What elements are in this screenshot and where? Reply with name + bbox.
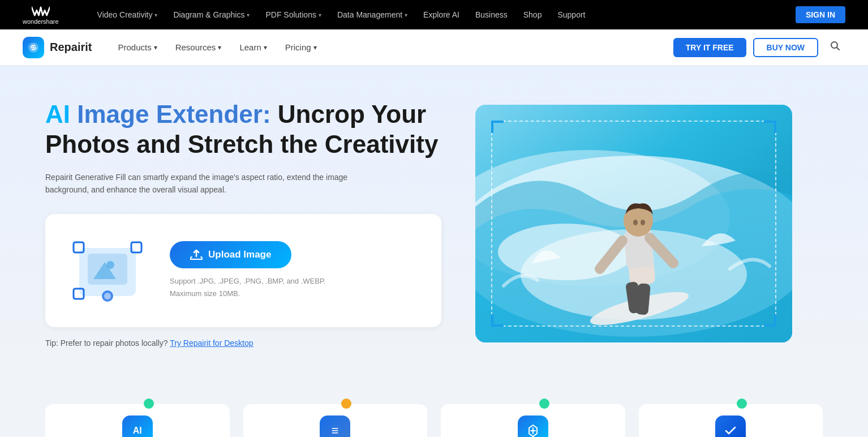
search-button[interactable]	[825, 38, 845, 57]
nav-shop[interactable]: Shop	[517, 7, 549, 23]
nav-diagram-graphics[interactable]: Diagram & Graphics ▾	[166, 7, 256, 23]
repairit-name: Repairit	[50, 41, 92, 54]
feature-card-3	[441, 404, 625, 437]
svg-point-11	[104, 293, 111, 299]
upload-icon	[190, 250, 203, 260]
caret-icon: ▾	[247, 12, 250, 18]
upload-support-text: Support .JPG, .JPEG, .PNG, .BMP, and .WE…	[170, 275, 326, 300]
sec-nav-resources[interactable]: Resources ▾	[167, 38, 230, 57]
hero-right-content	[475, 105, 792, 342]
wondershare-logo[interactable]: wondershare	[23, 5, 59, 25]
svg-point-1	[32, 46, 35, 49]
nav-explore-ai[interactable]: Explore AI	[416, 7, 466, 23]
nav-business[interactable]: Business	[469, 7, 514, 23]
sec-nav-products[interactable]: Products ▾	[110, 38, 165, 57]
feature-card-2: ≡	[243, 404, 428, 437]
hero-description: Repairit Generative Fill can smartly exp…	[45, 171, 373, 196]
sec-nav-pricing[interactable]: Pricing ▾	[277, 38, 325, 57]
buy-now-button[interactable]: BUY NOW	[753, 38, 818, 57]
repairit-brand[interactable]: Repairit	[23, 37, 92, 58]
hero-title: AI Image Extender: Uncrop YourPhotos and…	[45, 100, 441, 160]
secondary-navigation: Repairit Products ▾ Resources ▾ Learn ▾ …	[0, 29, 868, 66]
hero-section: AI Image Extender: Uncrop YourPhotos and…	[0, 66, 868, 382]
caret-icon: ▾	[319, 12, 321, 18]
upload-illustration	[68, 237, 147, 305]
top-nav-items: Video Creativity ▾ Diagram & Graphics ▾ …	[91, 7, 777, 23]
svg-point-6	[106, 261, 114, 269]
feature-card-1: AI	[45, 404, 230, 437]
tip-desktop-link[interactable]: Try Repairit for Desktop	[170, 339, 253, 348]
upload-content: Upload Image Support .JPG, .JPEG, .PNG, …	[170, 241, 326, 300]
wondershare-text: wondershare	[23, 18, 59, 25]
repairit-icon	[23, 37, 44, 58]
caret-icon: ▾	[405, 12, 407, 18]
nav-video-creativity[interactable]: Video Creativity ▾	[91, 7, 165, 23]
nav-data-management[interactable]: Data Management ▾	[330, 7, 414, 23]
feature-icon-4	[715, 415, 746, 437]
nav-pdf-solutions[interactable]: PDF Solutions ▾	[259, 7, 328, 23]
caret-icon: ▾	[154, 44, 157, 52]
svg-point-23	[633, 220, 638, 225]
upload-image-button[interactable]: Upload Image	[170, 241, 291, 268]
sec-nav-right: TRY IT FREE BUY NOW	[673, 38, 845, 57]
hero-image-display	[475, 105, 792, 342]
feature-icon-1: AI	[122, 415, 153, 437]
top-nav-right: SIGN IN	[796, 6, 845, 23]
tip-text: Tip: Prefer to repair photos locally? Tr…	[45, 339, 441, 348]
bottom-features-section: AI ≡	[0, 382, 868, 437]
caret-icon: ▾	[264, 44, 267, 52]
feature-icon-2: ≡	[320, 415, 350, 437]
upload-area: Upload Image Support .JPG, .JPEG, .PNG, …	[45, 214, 441, 327]
surfer-illustration	[475, 105, 792, 342]
sec-nav-learn[interactable]: Learn ▾	[231, 38, 274, 57]
feature-icon-3	[518, 415, 548, 437]
try-free-button[interactable]: TRY IT FREE	[673, 38, 746, 57]
sec-nav-items: Products ▾ Resources ▾ Learn ▾ Pricing ▾	[110, 38, 673, 57]
hero-left-content: AI Image Extender: Uncrop YourPhotos and…	[45, 100, 441, 348]
caret-icon: ▾	[313, 44, 317, 52]
sign-in-button[interactable]: SIGN IN	[796, 6, 845, 23]
nav-support[interactable]: Support	[551, 7, 592, 23]
top-navigation: wondershare Video Creativity ▾ Diagram &…	[0, 0, 868, 29]
search-icon	[830, 40, 841, 52]
caret-icon: ▾	[154, 12, 157, 18]
caret-icon: ▾	[218, 44, 221, 52]
svg-point-24	[641, 220, 645, 225]
feature-card-4	[639, 404, 823, 437]
